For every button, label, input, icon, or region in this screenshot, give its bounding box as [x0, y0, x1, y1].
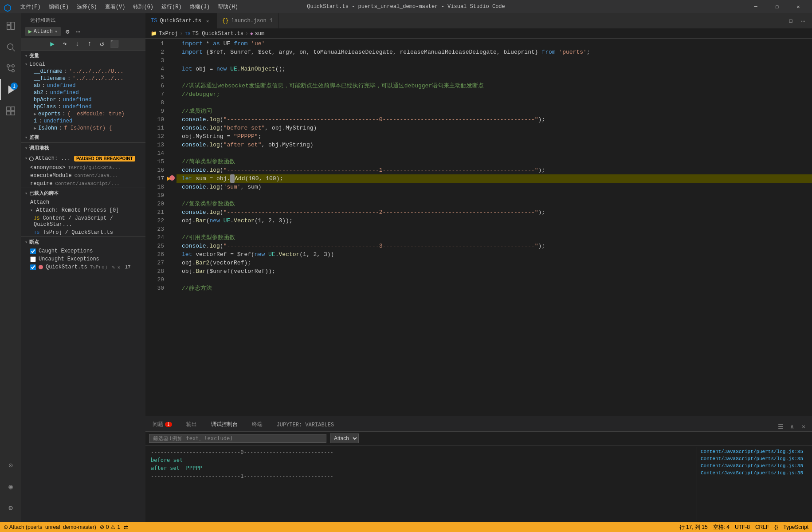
panel-tab-problems[interactable]: 问题 1: [145, 418, 179, 431]
status-errors[interactable]: ⊘ 0 ⚠ 1: [100, 524, 120, 530]
var-ab[interactable]: ab: undefined: [21, 82, 145, 89]
tab-launch-json[interactable]: {} launch.json 1: [217, 13, 279, 28]
script-quickstart-js[interactable]: JS Content / JavaScript / QuickStar...: [21, 214, 145, 229]
menu-select[interactable]: 选择(S): [73, 2, 101, 12]
var-dirname[interactable]: __dirname: '../../../../U...: [21, 68, 145, 75]
panel-filter-button[interactable]: ☰: [776, 422, 785, 431]
continue-button[interactable]: ▶: [48, 39, 57, 48]
code-line-25: console.log("---------------------------…: [177, 242, 812, 250]
window-restore-button[interactable]: ❐: [767, 0, 787, 13]
step-over-button[interactable]: ↷: [60, 39, 69, 48]
panel-tab-jupyter[interactable]: JUPYTER: VARIABLES: [270, 419, 341, 431]
step-out-button[interactable]: ↑: [85, 39, 94, 48]
ln-3: 3: [149, 56, 164, 65]
menu-help[interactable]: 帮助(H): [214, 2, 242, 12]
menu-run[interactable]: 运行(R): [158, 2, 185, 12]
callstack-frame-require[interactable]: require Content/JavaScript/...: [21, 180, 145, 188]
debug-more-button[interactable]: ⋯: [74, 27, 82, 36]
log-ref-2[interactable]: Content/JavaScript/puerts/log.js:35: [697, 455, 812, 462]
settings-activity-icon[interactable]: ⚙: [0, 497, 21, 519]
log-ref-1[interactable]: Content/JavaScript/puerts/log.js:35: [697, 448, 812, 455]
window-close-button[interactable]: ✕: [788, 0, 808, 13]
var-filename[interactable]: __filename: '../../../../...: [21, 75, 145, 82]
variables-section-header[interactable]: ▾ 变量: [21, 51, 145, 61]
var-isjohn[interactable]: ▶ IsJohn: f IsJohn(str) {: [21, 125, 145, 132]
extensions-activity-icon[interactable]: [0, 100, 21, 122]
breadcrumb: 📁 TsProj › TS TS QuickStart.ts › ◆ sum: [145, 29, 812, 39]
panel-filter-input[interactable]: [149, 434, 326, 443]
menu-goto[interactable]: 转到(G): [129, 2, 157, 12]
terminal-line-sep2: ----------------------------1-----------…: [151, 472, 691, 480]
code-line-8: [177, 99, 812, 107]
debug-gear-button[interactable]: ⚙: [63, 27, 72, 36]
source-control-activity-icon[interactable]: [0, 58, 21, 79]
log-ref-4[interactable]: Content/JavaScript/puerts/log.js:35: [697, 469, 812, 477]
status-position[interactable]: 行 17, 列 15: [679, 524, 708, 531]
panel-chevron-up-button[interactable]: ∧: [787, 422, 797, 431]
code-line-12: obj.MyString = "PPPPP";: [177, 132, 812, 141]
callstack-frame-executemodule[interactable]: executeModule Content/Java...: [21, 172, 145, 180]
panel-tab-debug-console[interactable]: 调试控制台: [204, 418, 245, 431]
window-minimize-button[interactable]: ─: [745, 0, 766, 13]
status-debug-info[interactable]: ⊙ Attach (puerts_unreal_demo-master): [4, 524, 96, 530]
bp-quickstart-checkbox[interactable]: [30, 264, 36, 270]
var-bpactor[interactable]: bpActor: undefined: [21, 96, 145, 103]
log-ref-3[interactable]: Content/JavaScript/puerts/log.js:35: [697, 462, 812, 469]
panel-close-button[interactable]: ✕: [799, 422, 808, 431]
search-activity-icon[interactable]: [0, 36, 21, 58]
bp-quickstart-line17[interactable]: QuickStart.ts TsProj ✎ ✕ 17: [21, 263, 145, 271]
callstack-attach-group[interactable]: ▾ ◯ Attach: ... PAUSED ON BREAKPOINT: [21, 153, 145, 164]
debug-action-bar: ▶ ↷ ↓ ↑ ↺ ⬛: [21, 38, 145, 51]
remote-activity-icon[interactable]: ⊙: [0, 455, 21, 476]
debug-activity-icon[interactable]: [0, 79, 21, 100]
tab-quickstart-ts-close[interactable]: ✕: [204, 17, 211, 24]
scripts-section-header[interactable]: ▾ 已载入的脚本: [21, 188, 145, 198]
var-bpclass[interactable]: bpClass: undefined: [21, 103, 145, 110]
tab-quickstart-ts[interactable]: TS QuickStart.ts ✕: [145, 13, 217, 28]
terminal-line-after-set: after set PPPPP: [151, 464, 691, 472]
explorer-activity-icon[interactable]: [0, 15, 21, 36]
var-exports[interactable]: ▶ exports: {__esModule: true}: [21, 110, 145, 118]
status-language[interactable]: TypeScript: [783, 524, 808, 530]
code-line-10: console.log("---------------------------…: [177, 115, 812, 124]
callstack-header[interactable]: ▾ 调用堆栈: [21, 143, 145, 153]
restart-button[interactable]: ↺: [98, 39, 106, 48]
breadcrumb-quickstart-ts[interactable]: TS QuickStart.ts: [192, 31, 243, 37]
panel-tab-terminal[interactable]: 终端: [245, 418, 270, 431]
step-into-button[interactable]: ↓: [73, 39, 82, 48]
bp-uncaught-checkbox[interactable]: [30, 256, 36, 262]
bp-caught-exceptions[interactable]: Caught Exceptions: [21, 247, 145, 255]
stop-button[interactable]: ⬛: [110, 39, 119, 48]
gutter: ▶: [168, 39, 177, 416]
callstack-frame-anonymous[interactable]: <anonymous> TsProj/QuickSta...: [21, 164, 145, 172]
ln-5: 5: [149, 73, 164, 82]
split-editor-button[interactable]: ⊟: [785, 16, 796, 26]
breadcrumb-sum[interactable]: sum: [255, 31, 265, 37]
bp-uncaught-exceptions[interactable]: Uncaught Exceptions: [21, 255, 145, 263]
breakpoints-section-header[interactable]: ▾ 断点: [21, 237, 145, 247]
script-attach[interactable]: Attach: [21, 198, 145, 206]
panel-tab-output[interactable]: 输出: [179, 418, 204, 431]
panel-config-select[interactable]: Attach: [330, 433, 359, 443]
menu-view[interactable]: 查看(V): [102, 2, 129, 12]
more-actions-button[interactable]: ⋯: [798, 16, 808, 26]
bp-caught-checkbox[interactable]: [30, 248, 36, 254]
menu-edit[interactable]: 编辑(E): [45, 2, 73, 12]
var-i[interactable]: i: undefined: [21, 118, 145, 125]
status-spaces[interactable]: 空格: 4: [713, 524, 730, 531]
menu-terminal[interactable]: 终端(J): [186, 2, 214, 12]
script-quickstart-ts[interactable]: TS TsProj / QuickStart.ts: [21, 229, 145, 236]
code-line-30: //静态方法: [177, 284, 812, 292]
status-encoding[interactable]: UTF-8: [735, 524, 750, 530]
menu-file[interactable]: 文件(F): [17, 2, 44, 12]
breadcrumb-tsproj[interactable]: TsProj: [159, 31, 178, 37]
debug-run-button[interactable]: ▶ Attach ▾: [25, 27, 61, 36]
status-sync[interactable]: ⇄: [124, 524, 128, 530]
account-activity-icon[interactable]: ◉: [0, 476, 21, 497]
code-content[interactable]: import * as UE from 'ue' import {$ref, $…: [177, 39, 812, 416]
local-var-group[interactable]: ▾ Local: [21, 61, 145, 68]
var-ab2[interactable]: ab2: undefined: [21, 89, 145, 96]
watch-section-header[interactable]: ▾ 监视: [21, 132, 145, 142]
script-remote-process[interactable]: ▾ Attach: Remote Process [0]: [21, 206, 145, 214]
status-line-ending[interactable]: CRLF: [755, 524, 769, 530]
